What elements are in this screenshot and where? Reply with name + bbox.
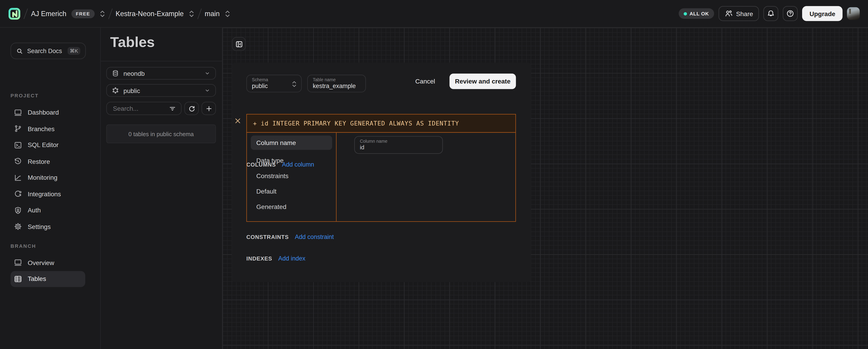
search-icon xyxy=(16,47,23,55)
sidebar-item-integrations[interactable]: Integrations xyxy=(10,186,85,202)
sidebar-item-dashboard[interactable]: Dashboard xyxy=(10,104,85,120)
breadcrumb-divider xyxy=(197,8,202,19)
terminal-icon xyxy=(14,141,22,149)
table-name-label: Table name xyxy=(313,77,361,82)
sidebar-item-label: Overview xyxy=(28,259,54,266)
sidebar-item-label: Tables xyxy=(28,276,46,282)
column-name-field[interactable]: Column name id xyxy=(354,136,443,154)
chart-icon xyxy=(14,174,22,182)
help-icon xyxy=(786,9,795,18)
add-index-link[interactable]: Add index xyxy=(278,255,305,261)
tab-data-type[interactable]: Data type xyxy=(251,157,332,164)
shield-user-icon xyxy=(14,206,22,215)
panel-collapse-icon xyxy=(235,40,243,48)
breadcrumb-divider xyxy=(24,8,28,19)
sidebar-item-sql-editor[interactable]: SQL Editor xyxy=(10,137,85,153)
chevron-down-icon xyxy=(204,88,210,94)
search-input[interactable] xyxy=(112,105,169,112)
empty-state: 0 tables in public schema xyxy=(106,124,216,143)
sidebar-item-label: Settings xyxy=(28,223,51,230)
refresh-icon xyxy=(188,105,195,112)
gear-icon xyxy=(14,222,22,231)
breadcrumb-divider xyxy=(108,8,113,19)
sidebar: Search Docs ⌘K PROJECT Dashboard Branche… xyxy=(0,28,101,349)
sidebar-item-auth[interactable]: Auth xyxy=(10,202,85,218)
sidebar-item-branches[interactable]: Branches xyxy=(10,120,85,137)
sidebar-item-label: Monitoring xyxy=(28,174,58,181)
project-selector-icon[interactable] xyxy=(189,10,194,18)
remove-column-button[interactable] xyxy=(234,117,241,125)
project-nav: Dashboard Branches SQL Editor Restore xyxy=(0,104,100,235)
tab-generated[interactable]: Generated xyxy=(251,204,332,210)
schema-icon xyxy=(112,87,119,94)
tables-panel: Tables neondb public xyxy=(101,28,223,349)
window-icon xyxy=(14,258,22,267)
status-ok-dot xyxy=(683,12,687,15)
integrations-icon xyxy=(14,190,22,198)
org-name[interactable]: AJ Emerich xyxy=(31,10,66,18)
indexes-section-header: INDEXES Add index xyxy=(246,255,306,261)
cancel-button[interactable]: Cancel xyxy=(415,78,435,84)
window-icon xyxy=(14,108,22,117)
add-table-button[interactable] xyxy=(202,102,216,115)
chevron-down-icon xyxy=(204,70,210,76)
table-name-field[interactable]: Table name kestra_example xyxy=(307,75,366,92)
org-selector-icon[interactable] xyxy=(99,10,105,18)
review-and-create-button[interactable]: Review and create xyxy=(450,73,516,89)
search-docs-button[interactable]: Search Docs ⌘K xyxy=(10,43,86,59)
sidebar-item-label: Restore xyxy=(28,158,50,165)
column-editor-content: Column name id xyxy=(337,133,515,221)
sidebar-item-overview[interactable]: Overview xyxy=(10,254,85,271)
refresh-button[interactable] xyxy=(184,102,199,115)
help-button[interactable] xyxy=(783,6,798,21)
git-branch-icon xyxy=(14,125,22,133)
panel-divider xyxy=(101,61,222,61)
tab-column-name[interactable]: Column name xyxy=(251,136,332,150)
branch-name[interactable]: main xyxy=(205,10,220,18)
schema-field-label: Schema xyxy=(252,77,296,82)
branch-nav: Overview Tables xyxy=(0,254,100,287)
top-header: AJ Emerich FREE Kestra-Neon-Example main… xyxy=(0,0,868,28)
column-editor-tabs: Column name Data type Constraints Defaul… xyxy=(247,133,337,221)
notifications-button[interactable] xyxy=(764,6,778,21)
sidebar-item-monitoring[interactable]: Monitoring xyxy=(10,170,85,186)
tab-constraints[interactable]: Constraints xyxy=(251,173,332,179)
tab-default[interactable]: Default xyxy=(251,188,332,195)
table-search-input[interactable] xyxy=(106,102,182,115)
sidebar-item-tables[interactable]: Tables xyxy=(10,271,85,287)
create-table-card: Schema public Table name kestra_example … xyxy=(232,62,531,282)
column-sql-row[interactable]: + id INTEGER PRIMARY KEY GENERATED ALWAY… xyxy=(246,114,516,133)
sidebar-item-label: Dashboard xyxy=(28,109,59,116)
search-docs-label: Search Docs xyxy=(27,48,62,54)
schema-field-value: public xyxy=(252,82,296,90)
history-icon xyxy=(14,157,22,166)
share-label: Share xyxy=(736,10,753,17)
schema-field[interactable]: Schema public xyxy=(246,75,302,92)
sidebar-item-settings[interactable]: Settings xyxy=(10,218,85,235)
collapse-panel-button[interactable] xyxy=(232,37,246,51)
status-badge[interactable]: ALL OK xyxy=(678,8,714,19)
constraints-label: CONSTRAINTS xyxy=(246,234,289,240)
add-constraint-link[interactable]: Add constraint xyxy=(295,234,334,240)
project-section-label: PROJECT xyxy=(10,93,39,99)
neon-console: AJ Emerich FREE Kestra-Neon-Example main… xyxy=(0,0,868,349)
project-name[interactable]: Kestra-Neon-Example xyxy=(116,10,184,18)
database-icon xyxy=(112,70,119,77)
user-avatar[interactable] xyxy=(847,7,860,20)
sidebar-item-restore[interactable]: Restore xyxy=(10,153,85,170)
upgrade-button[interactable]: Upgrade xyxy=(802,6,843,21)
column-name-field-value: id xyxy=(360,144,437,151)
users-icon xyxy=(724,9,733,18)
share-button[interactable]: Share xyxy=(718,6,759,21)
filter-icon[interactable] xyxy=(169,105,176,112)
sidebar-item-label: Branches xyxy=(28,126,55,132)
schema-select[interactable]: public xyxy=(106,84,216,97)
page-title: Tables xyxy=(110,34,155,51)
sidebar-item-label: SQL Editor xyxy=(28,142,59,148)
neon-logo-icon[interactable] xyxy=(8,7,21,20)
plus-icon xyxy=(205,105,212,112)
database-select[interactable]: neondb xyxy=(106,67,216,80)
sidebar-item-label: Integrations xyxy=(28,190,61,197)
branch-selector-icon[interactable] xyxy=(225,10,230,18)
table-name-value: kestra_example xyxy=(313,82,361,90)
